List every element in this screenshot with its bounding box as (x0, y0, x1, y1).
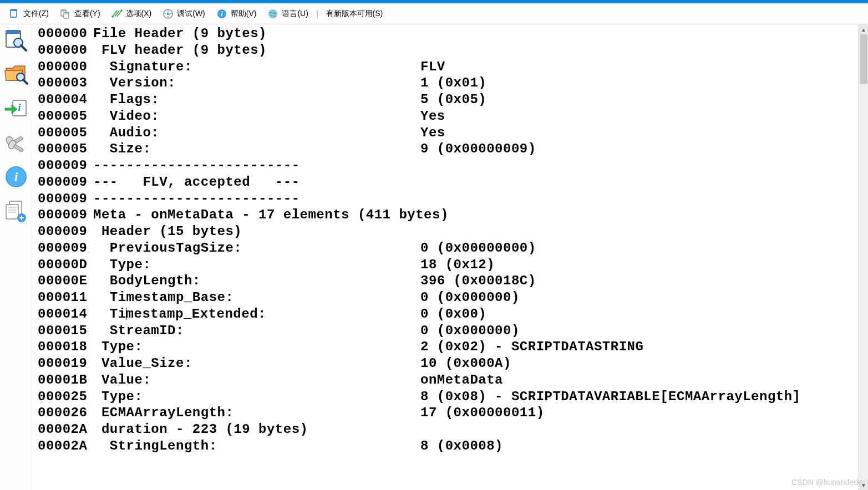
data-row: 000000 FLV header (9 bytes) (38, 42, 858, 59)
data-row: 000014 Timestamp_Extended:0 (0x00) (38, 306, 858, 323)
row-address: 000004 (38, 91, 93, 108)
row-label: Timestamp_Extended: (93, 306, 266, 323)
tool-export-info[interactable]: i (3, 95, 29, 121)
row-address: 000011 (38, 289, 93, 306)
menu-debug[interactable]: 调试(W) (157, 7, 211, 21)
row-value: 1 (0x01) (420, 75, 486, 91)
tool-folder-search[interactable] (3, 61, 29, 86)
row-label: Type: (93, 257, 151, 273)
row-address: 000009 (38, 240, 93, 257)
menu-view[interactable]: 查看(Y) (54, 7, 106, 21)
tool-copy-share[interactable] (3, 198, 29, 224)
row-address: 000000 (38, 59, 93, 75)
data-row: 000025 Type:8 (0x08) - SCRIPTDATAVARIABL… (38, 389, 858, 405)
menu-update-label: 有新版本可用(S) (326, 9, 383, 19)
row-value: Yes (420, 125, 445, 141)
tool-settings[interactable] (3, 130, 29, 155)
tool-info[interactable]: i (3, 164, 29, 190)
row-value: 2 (0x02) - SCRIPTDATASTRING (420, 339, 643, 355)
row-label: StreamID: (93, 323, 184, 339)
row-value: 396 (0x00018C) (420, 273, 536, 289)
row-label: ECMAArrayLength: (93, 405, 234, 421)
scroll-thumb[interactable] (860, 34, 867, 84)
menu-file[interactable]: 文件(Z) (3, 7, 54, 21)
svg-text:i: i (18, 102, 21, 113)
row-label: Flags: (93, 91, 159, 108)
row-value: 0 (0x000000) (420, 323, 520, 339)
row-value: 18 (0x12) (420, 257, 495, 273)
menu-help[interactable]: i 帮助(V) (211, 7, 262, 21)
svg-line-16 (21, 45, 26, 50)
row-label: Version: (93, 75, 176, 91)
row-address: 000009 (38, 174, 93, 191)
row-address: 000014 (38, 306, 93, 323)
data-row: 000026 ECMAArrayLength:17 (0x00000011) (38, 405, 858, 421)
row-address: 00002A (38, 421, 93, 438)
data-row: 000011 Timestamp_Base:0 (0x000000) (38, 289, 858, 306)
data-row: 00002A duration - 223 (19 bytes) (38, 421, 858, 438)
row-label: ------------------------- (93, 191, 300, 207)
row-label: Type: (93, 339, 143, 355)
data-row: 000018 Type:2 (0x02) - SCRIPTDATASTRING (38, 339, 858, 355)
menu-lang-label: 语言(U) (282, 9, 308, 19)
row-label: BodyLength: (93, 273, 201, 289)
row-label: PreviousTagSize: (93, 240, 242, 257)
menu-help-label: 帮助(V) (231, 9, 257, 19)
view-icon (60, 8, 71, 19)
left-toolbar: i i (0, 24, 32, 490)
menu-options[interactable]: 选项(X) (106, 7, 158, 21)
tool-search[interactable] (3, 27, 29, 52)
row-address: 000000 (38, 42, 93, 59)
debug-icon (163, 8, 174, 19)
data-row: 000009Meta - onMetaData - 17 elements (4… (38, 207, 858, 223)
menubar: 文件(Z) 查看(Y) 选项(X) 调试(W) i 帮助(V) 语言(U) | … (0, 3, 868, 24)
data-row: 000005 Size:9 (0x00000009) (38, 141, 858, 157)
row-label: Audio: (93, 125, 159, 141)
menu-lang[interactable]: 语言(U) (262, 7, 313, 21)
row-value: 9 (0x00000009) (420, 141, 536, 157)
svg-point-9 (167, 12, 170, 15)
row-value: 0 (0x00000000) (420, 240, 536, 257)
data-row: 00000D Type:18 (0x12) (38, 257, 858, 273)
menu-options-label: 选项(X) (126, 9, 152, 19)
data-row: 000000 Signature:FLV (38, 59, 858, 75)
svg-rect-24 (13, 144, 24, 152)
data-row: 000009 PreviousTagSize:0 (0x00000000) (38, 240, 858, 257)
data-row: 000009------------------------- (38, 191, 858, 207)
vertical-scrollbar[interactable]: ▲ ▼ (858, 24, 868, 490)
menu-debug-label: 调试(W) (177, 9, 205, 19)
data-row: 000009--- FLV, accepted --- (38, 174, 858, 191)
row-label: FLV header (9 bytes) (93, 42, 267, 59)
svg-point-6 (111, 16, 114, 18)
menu-update[interactable]: 有新版本可用(S) (321, 7, 389, 21)
svg-point-7 (120, 9, 123, 12)
row-address: 000018 (38, 339, 93, 355)
menu-file-label: 文件(Z) (23, 9, 49, 19)
content-pane[interactable]: 000000File Header (9 bytes)000000 FLV he… (32, 24, 858, 490)
data-row: 00000E BodyLength:396 (0x00018C) (38, 273, 858, 289)
data-row: 000009 Header (15 bytes) (38, 223, 858, 240)
row-address: 000005 (38, 125, 93, 141)
row-address: 000009 (38, 223, 93, 240)
row-value: 0 (0x00) (420, 306, 486, 323)
row-address: 000025 (38, 389, 93, 405)
globe-icon (267, 8, 278, 19)
row-value: 8 (0x0008) (420, 438, 503, 455)
menu-divider: | (314, 9, 321, 18)
row-value: 5 (0x05) (420, 91, 486, 108)
row-label: StringLength: (93, 438, 217, 455)
row-address: 000009 (38, 157, 93, 174)
row-label: Header (15 bytes) (93, 223, 242, 240)
scroll-up-icon[interactable]: ▲ (859, 24, 868, 34)
row-address: 000009 (38, 207, 93, 223)
row-label: File Header (9 bytes) (93, 25, 267, 42)
row-label: Meta - onMetaData - 17 elements (411 byt… (93, 207, 449, 223)
row-label: Timestamp_Base: (93, 289, 234, 306)
help-icon: i (216, 8, 227, 19)
row-label: Value: (93, 372, 151, 389)
file-icon (9, 8, 20, 19)
data-row: 000000File Header (9 bytes) (38, 25, 858, 42)
watermark: CSDN @hunandede (791, 478, 862, 487)
svg-line-18 (23, 80, 27, 84)
row-address: 00000E (38, 273, 93, 289)
